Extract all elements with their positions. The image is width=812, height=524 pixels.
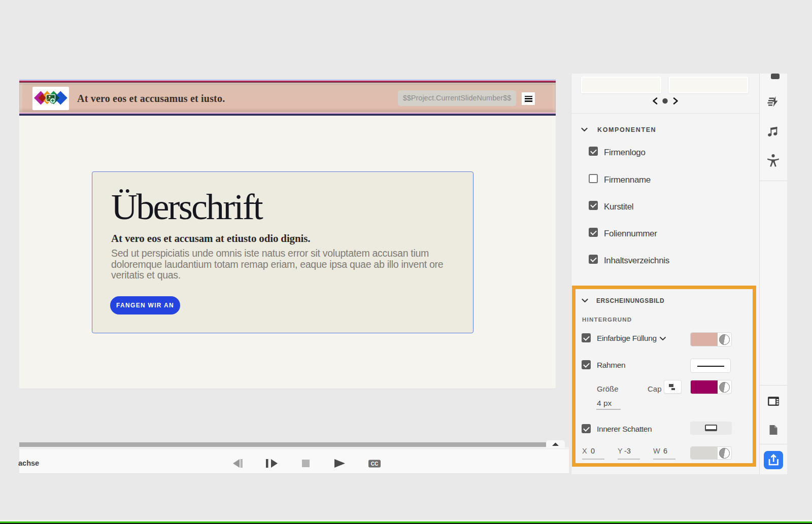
svg-text:CC: CC: [371, 461, 378, 467]
